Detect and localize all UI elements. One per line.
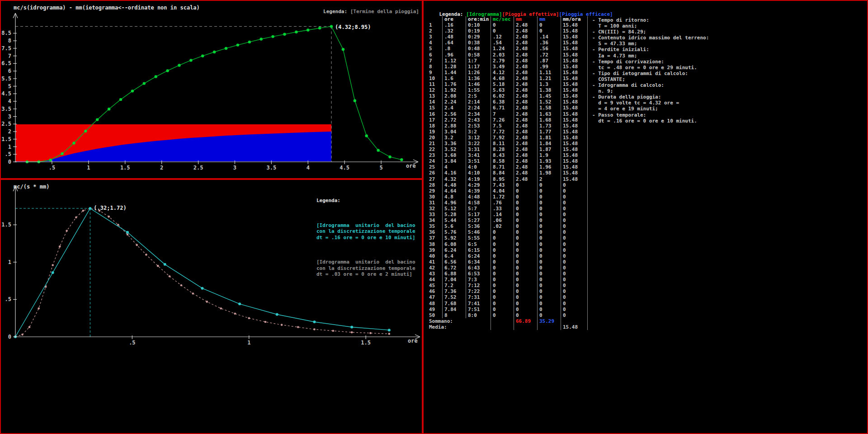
idrogramma-point [365, 134, 368, 137]
table-cell: .48 [442, 34, 466, 40]
table-cell: 0 [514, 182, 537, 188]
idrogramma-point [260, 38, 263, 40]
table-row: 71.121:72.792.48.8715.48 [427, 58, 588, 64]
table-row: 304.84:481.72000 [427, 194, 588, 200]
table-cell: 3.52 [442, 146, 466, 152]
table-cell: 0 [537, 253, 561, 259]
unit-dt03-point [66, 230, 68, 232]
table-cell: 31 [427, 200, 442, 206]
unit-dt16-point [313, 321, 316, 323]
table-cell: 2.24 [442, 99, 466, 105]
table-cell: 2.48 [514, 164, 537, 170]
table-cell [537, 324, 561, 330]
table-cell: mm/ora [561, 16, 588, 22]
table-cell: 15.48 [561, 158, 588, 164]
data-panel: Legenda: [Idrogramma][Pioggia effettiva]… [423, 0, 868, 434]
table-cell: 1.92 [442, 87, 466, 93]
table-row: 182.882:537.52.481.7315.48 [427, 123, 588, 129]
legend-line: [Idrogramma unitario del bacino [316, 259, 415, 265]
idrogramma-point [400, 158, 403, 161]
table-row: 314.964:58.76000 [427, 200, 588, 206]
table-cell: 8.95 [491, 176, 514, 182]
table-header-row: oreore:minmc/secmmmmmm/ora [427, 16, 588, 22]
table-cell: 5 [427, 46, 442, 52]
table-cell: 4.04 [491, 188, 514, 194]
table-cell: 6.08 [442, 241, 466, 247]
svg-text:7.5: 7.5 [1, 45, 11, 52]
table-row: 487.687:410000 [427, 301, 588, 307]
table-row: 264.164:108.842.481.9815.48 [427, 170, 588, 176]
table-cell: 0 [491, 229, 514, 235]
table-cell: 0 [537, 277, 561, 283]
table-cell: 4:10 [466, 170, 491, 176]
table-cell: 0 [491, 301, 514, 307]
table-row: 162.562:3472.481.6315.48 [427, 111, 588, 117]
table-row: 233.683:418.432.481.915.48 [427, 152, 588, 158]
table-cell [514, 324, 537, 330]
table-cell: 23 [427, 152, 442, 158]
table-cell: 4.12 [491, 70, 514, 75]
svg-text:0: 0 [8, 334, 11, 340]
table-cell: 15.48 [561, 99, 588, 105]
table-cell: 0 [491, 283, 514, 288]
legend-line: con la discretizzazione temporale [316, 228, 415, 235]
table-cell: 0 [514, 288, 537, 294]
table-cell: 4.64 [442, 188, 466, 194]
legend-label: Legenda: [316, 198, 415, 204]
table-cell: 8.28 [491, 146, 514, 152]
table-cell: .72 [537, 52, 561, 58]
table-row: 81.281:173.492.48.9915.48 [427, 64, 588, 70]
table-cell: 36 [427, 229, 442, 235]
table-cell: 32 [427, 206, 442, 212]
svg-text:4.5: 4.5 [1, 90, 11, 97]
table-row: 345.445:27.06000 [427, 217, 588, 223]
table-row: 142.242:146.382.481.5215.48 [427, 99, 588, 105]
table-cell: 0 [561, 253, 588, 259]
table-cell: 8.58 [491, 158, 514, 164]
idrogramma-point [154, 75, 157, 78]
table-cell: 0 [514, 247, 537, 253]
table-cell: 0 [514, 223, 537, 229]
table-cell: 15.48 [561, 70, 588, 75]
table-cell: 5.92 [442, 235, 466, 241]
table-cell: 4 [442, 164, 466, 170]
table-cell: 24 [427, 158, 442, 164]
table-cell: 0 [491, 22, 514, 28]
table-cell: Media: [427, 324, 491, 330]
idrogramma-legend: Legenda: [Termine della pioggia] [311, 3, 419, 20]
table-cell: 1.45 [537, 93, 561, 99]
table-cell: 2.4 [442, 105, 466, 111]
svg-text:2: 2 [160, 165, 163, 171]
table-cell: .96 [442, 52, 466, 58]
svg-text:3: 3 [8, 113, 11, 120]
table-cell: 1:26 [466, 70, 491, 75]
svg-text:2: 2 [8, 128, 11, 135]
table-cell: 8.11 [491, 141, 514, 146]
table-cell: 4:0 [466, 164, 491, 170]
table-row: 477.527:310000 [427, 294, 588, 300]
table-cell: 1.44 [442, 70, 466, 75]
table-cell: 50 [427, 312, 442, 318]
table-cell: 2.48 [514, 105, 537, 111]
table-cell: 14 [427, 99, 442, 105]
table-row: 5088:00000 [427, 312, 588, 318]
table-cell: 6:24 [466, 253, 491, 259]
table-row: 172.722:437.262.481.6815.48 [427, 117, 588, 123]
table-cell: 5:36 [466, 223, 491, 229]
table-cell: 1.81 [537, 135, 561, 141]
table-cell: 0 [514, 265, 537, 271]
table-cell: 0 [561, 223, 588, 229]
table-cell: 2.48 [514, 141, 537, 146]
table-cell: 0 [491, 235, 514, 241]
table-cell: 0:10 [466, 22, 491, 28]
unit-dt03-point [127, 233, 129, 236]
table-cell: 9 [427, 70, 442, 75]
table-cell: 15.48 [561, 87, 588, 93]
svg-text:3: 3 [233, 165, 236, 171]
table-cell: 0 [491, 312, 514, 318]
table-cell: 0 [514, 206, 537, 212]
table-cell: 2.48 [514, 34, 537, 40]
table-row: 447.047:30000 [427, 277, 588, 283]
svg-text:1.5: 1.5 [120, 165, 130, 171]
table-cell: 15.48 [561, 58, 588, 64]
